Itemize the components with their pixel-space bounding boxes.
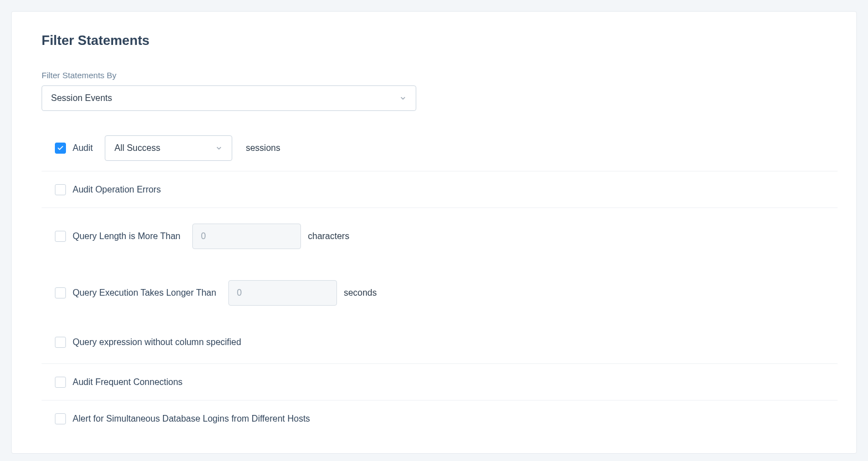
checkbox-simultaneous[interactable] (55, 413, 66, 424)
query-exec-input[interactable] (228, 280, 337, 306)
checkbox-frequent[interactable] (55, 377, 66, 388)
row-frequent: Audit Frequent Connections (42, 363, 838, 400)
query-length-suffix: characters (308, 231, 349, 241)
checkbox-audit-errors[interactable] (55, 184, 66, 195)
audit-type-select[interactable]: All Success (105, 135, 232, 161)
audit-errors-label: Audit Operation Errors (73, 185, 161, 195)
audit-suffix: sessions (246, 143, 280, 153)
filter-statements-card: Filter Statements Filter Statements By S… (11, 11, 857, 454)
frequent-label: Audit Frequent Connections (73, 377, 182, 387)
checkbox-query-exec[interactable] (55, 287, 66, 298)
row-query-length: Query Length is More Than characters (42, 207, 838, 265)
row-query-exec: Query Execution Takes Longer Than second… (42, 265, 838, 321)
filter-by-label: Filter Statements By (42, 70, 838, 80)
row-audit: Audit All Success sessions (42, 125, 838, 171)
filter-by-value: Session Events (51, 93, 112, 103)
simultaneous-label: Alert for Simultaneous Database Logins f… (73, 414, 310, 424)
filter-by-select[interactable]: Session Events (42, 85, 416, 111)
chevron-down-icon (399, 94, 407, 102)
query-exec-label: Query Execution Takes Longer Than (73, 288, 216, 298)
audit-label: Audit (73, 143, 93, 153)
query-exec-suffix: seconds (344, 288, 377, 298)
checkbox-audit[interactable] (55, 143, 66, 154)
card-title: Filter Statements (42, 33, 838, 48)
checkbox-query-expr[interactable] (55, 337, 66, 348)
query-length-input[interactable] (192, 224, 301, 249)
row-audit-errors: Audit Operation Errors (42, 171, 838, 207)
check-icon (57, 145, 64, 151)
checkbox-query-length[interactable] (55, 231, 66, 242)
row-simultaneous: Alert for Simultaneous Database Logins f… (42, 400, 838, 437)
chevron-down-icon (215, 144, 223, 152)
row-query-expr: Query expression without column specifie… (42, 321, 838, 363)
query-expr-label: Query expression without column specifie… (73, 337, 241, 347)
audit-type-value: All Success (114, 143, 160, 153)
query-length-label: Query Length is More Than (73, 231, 180, 241)
